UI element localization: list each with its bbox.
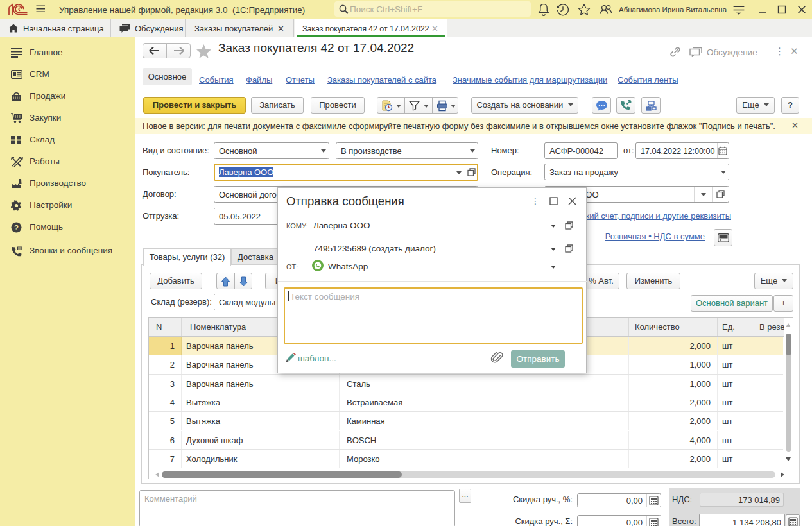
svg-text:?: ? (14, 224, 19, 232)
